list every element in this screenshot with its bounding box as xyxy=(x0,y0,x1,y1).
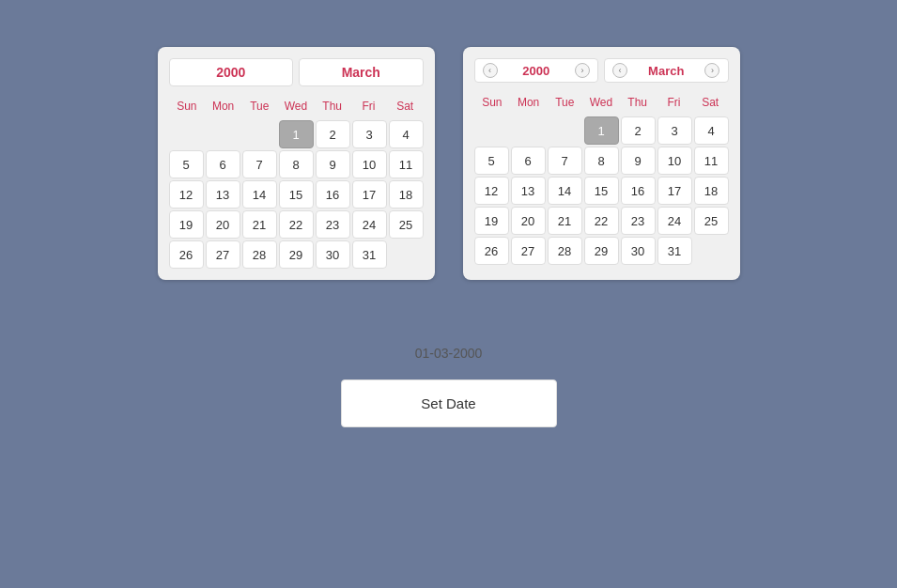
day-cell-28[interactable]: 28 xyxy=(242,240,277,269)
day-cell-6[interactable]: 6 xyxy=(206,150,240,178)
set-date-button[interactable]: Set Date xyxy=(341,379,557,427)
day-cell-1[interactable]: 1 xyxy=(279,120,314,148)
day-cell-27[interactable]: 27 xyxy=(511,237,546,265)
calendar-2-year: 2000 xyxy=(522,64,549,78)
day-cell-12[interactable]: 12 xyxy=(169,180,204,209)
day-cell-14[interactable]: 14 xyxy=(242,180,277,209)
day-cell-2[interactable]: 2 xyxy=(316,120,350,148)
left-arrow-icon-2: ‹ xyxy=(612,63,627,78)
day-cell-14[interactable]: 14 xyxy=(548,177,582,205)
day-cell-8[interactable]: 8 xyxy=(279,150,314,178)
right-arrow-icon-2: › xyxy=(704,63,719,78)
day-cell-29[interactable]: 29 xyxy=(584,237,619,265)
day-cell-17[interactable]: 17 xyxy=(352,180,387,209)
day-cell-12[interactable]: 12 xyxy=(474,177,509,205)
day-cell-23[interactable]: 23 xyxy=(316,210,350,239)
day-cell-19[interactable]: 19 xyxy=(474,207,509,235)
day-cell-16[interactable]: 16 xyxy=(316,180,350,209)
day-cell-empty xyxy=(694,237,729,265)
day-cell-11[interactable]: 11 xyxy=(389,150,424,178)
day-cell-18[interactable]: 18 xyxy=(389,180,424,209)
day-cell-26[interactable]: 26 xyxy=(169,240,204,269)
day-label-thu: Thu xyxy=(314,96,350,116)
calendar-1: 2000 March Sun Mon Tue Wed Thu Fri Sat 1… xyxy=(158,47,435,280)
day-cell-3[interactable]: 3 xyxy=(657,116,692,145)
day-cell-15[interactable]: 15 xyxy=(279,180,314,209)
day-cell-3[interactable]: 3 xyxy=(352,120,387,148)
calendar-2-day-labels: Sun Mon Tue Wed Thu Fri Sat xyxy=(474,92,729,113)
day-cell-7[interactable]: 7 xyxy=(242,150,277,178)
day-label-sun: Sun xyxy=(169,96,206,116)
day-cell-empty xyxy=(548,116,582,145)
date-display: 01-03-2000 xyxy=(415,346,483,361)
calendar-1-month-btn[interactable]: March xyxy=(299,58,424,86)
day-cell-31[interactable]: 31 xyxy=(657,237,692,265)
day-cell-13[interactable]: 13 xyxy=(206,180,240,209)
day-cell-26[interactable]: 26 xyxy=(474,237,509,265)
day-cell-23[interactable]: 23 xyxy=(621,207,656,235)
day-cell-24[interactable]: 24 xyxy=(657,207,692,235)
day-cell-7[interactable]: 7 xyxy=(548,147,582,175)
day-cell-empty xyxy=(511,116,546,145)
day-cell-19[interactable]: 19 xyxy=(169,210,204,239)
calendar-1-header: 2000 March xyxy=(169,58,424,86)
day-cell-20[interactable]: 20 xyxy=(206,210,240,239)
day-cell-11[interactable]: 11 xyxy=(694,147,729,175)
day-label-wed-2: Wed xyxy=(583,92,620,113)
day-cell-21[interactable]: 21 xyxy=(548,207,582,235)
calendar-2-month: March xyxy=(648,64,684,78)
calendar-2-month-next[interactable]: › xyxy=(703,63,721,78)
day-cell-25[interactable]: 25 xyxy=(694,207,729,235)
day-cell-22[interactable]: 22 xyxy=(279,210,314,239)
day-cell-6[interactable]: 6 xyxy=(511,147,546,175)
day-cell-22[interactable]: 22 xyxy=(584,207,619,235)
day-cell-16[interactable]: 16 xyxy=(621,177,656,205)
day-label-fri: Fri xyxy=(350,96,387,116)
day-cell-28[interactable]: 28 xyxy=(548,237,582,265)
day-cell-10[interactable]: 10 xyxy=(352,150,387,178)
day-cell-5[interactable]: 5 xyxy=(474,147,509,175)
right-arrow-icon: › xyxy=(575,63,590,78)
day-label-mon: Mon xyxy=(205,96,241,116)
day-label-wed: Wed xyxy=(278,96,315,116)
day-cell-13[interactable]: 13 xyxy=(511,177,546,205)
day-cell-empty xyxy=(169,120,204,148)
day-cell-24[interactable]: 24 xyxy=(352,210,387,239)
day-cell-18[interactable]: 18 xyxy=(694,177,729,205)
day-cell-27[interactable]: 27 xyxy=(206,240,240,269)
day-cell-20[interactable]: 20 xyxy=(511,207,546,235)
calendar-2-year-prev[interactable]: ‹ xyxy=(481,63,500,78)
day-label-sat-2: Sat xyxy=(692,92,729,113)
day-cell-9[interactable]: 9 xyxy=(621,147,656,175)
day-cell-4[interactable]: 4 xyxy=(389,120,424,148)
day-label-tue: Tue xyxy=(241,96,278,116)
calendar-2-month-wrapper: ‹ March › xyxy=(604,58,729,83)
day-cell-empty xyxy=(389,240,424,269)
calendar-2-month-prev[interactable]: ‹ xyxy=(611,63,629,78)
day-cell-2[interactable]: 2 xyxy=(621,116,656,145)
calendar-1-year-btn[interactable]: 2000 xyxy=(169,58,294,86)
calendar-2-header: ‹ 2000 › ‹ March › xyxy=(474,58,729,83)
day-cell-29[interactable]: 29 xyxy=(279,240,314,269)
day-cell-empty xyxy=(242,120,277,148)
day-cell-30[interactable]: 30 xyxy=(621,237,656,265)
day-cell-10[interactable]: 10 xyxy=(657,147,692,175)
day-cell-4[interactable]: 4 xyxy=(694,116,729,145)
calendar-2: ‹ 2000 › ‹ March › Sun Mon Tue Wed xyxy=(463,47,740,280)
day-cell-21[interactable]: 21 xyxy=(242,210,277,239)
day-cell-31[interactable]: 31 xyxy=(352,240,387,269)
day-label-thu-2: Thu xyxy=(619,92,656,113)
day-cell-25[interactable]: 25 xyxy=(389,210,424,239)
calendar-2-year-next[interactable]: › xyxy=(573,63,592,78)
day-cell-17[interactable]: 17 xyxy=(657,177,692,205)
left-arrow-icon: ‹ xyxy=(483,63,498,78)
calendar-2-year-wrapper: ‹ 2000 › xyxy=(474,58,599,83)
day-cell-9[interactable]: 9 xyxy=(316,150,350,178)
day-label-sat: Sat xyxy=(387,96,424,116)
day-cell-15[interactable]: 15 xyxy=(584,177,619,205)
day-cell-empty xyxy=(474,116,509,145)
day-cell-1[interactable]: 1 xyxy=(584,116,619,145)
day-cell-30[interactable]: 30 xyxy=(316,240,350,269)
day-cell-8[interactable]: 8 xyxy=(584,147,619,175)
day-cell-5[interactable]: 5 xyxy=(169,150,204,178)
